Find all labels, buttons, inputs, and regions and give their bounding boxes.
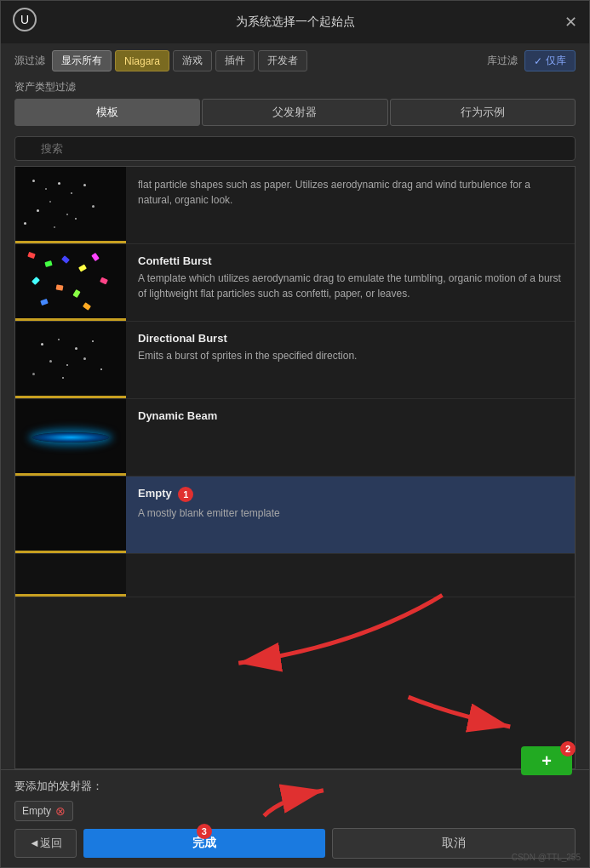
title-bar: U 为系统选择一个起始点 ✕ xyxy=(1,1,589,43)
finish-button[interactable]: 完成 3 xyxy=(83,829,325,858)
watermark: CSDN @TTL_255 xyxy=(512,853,581,862)
filter-developer[interactable]: 开发者 xyxy=(258,50,307,71)
asset-type-tabs: 模板 父发射器 行为示例 xyxy=(14,99,576,126)
item-content-empty: Empty 1 A mostly blank emitter template xyxy=(126,477,575,553)
library-filter-label: 库过滤 xyxy=(487,54,518,68)
thumb-directional-bg xyxy=(15,322,126,398)
list-item[interactable]: flat particle shapes such as paper. Util… xyxy=(15,167,575,244)
asset-type-label: 资产类型过滤 xyxy=(14,80,576,94)
back-button[interactable]: ◄返回 xyxy=(14,829,77,858)
item-thumb-scatter xyxy=(15,167,126,243)
item-desc-scatter: flat particle shapes such as paper. Util… xyxy=(138,177,563,208)
search-row: 🔍 xyxy=(1,131,589,166)
search-wrapper: 🔍 xyxy=(14,136,576,161)
close-button[interactable]: ✕ xyxy=(564,13,577,31)
list-item[interactable]: Directional Burst Emits a burst of sprit… xyxy=(15,322,575,399)
item-title-beam: Dynamic Beam xyxy=(138,409,563,422)
item-thumb-empty xyxy=(15,477,126,553)
list-item[interactable] xyxy=(15,554,575,597)
emitter-tags: Empty ⊗ xyxy=(14,801,576,821)
badge-2: 2 xyxy=(560,741,576,757)
remove-tag-button[interactable]: ⊗ xyxy=(55,804,66,818)
item-thumb-beam xyxy=(15,399,126,476)
item-title-empty: Empty 1 xyxy=(138,487,563,502)
item-title-confetti: Confetti Burst xyxy=(138,254,563,267)
list-area[interactable]: flat particle shapes such as paper. Util… xyxy=(14,166,576,769)
thumb-confetti-bg xyxy=(15,244,126,321)
emitter-label: 要添加的发射器： xyxy=(14,779,576,794)
badge-3: 3 xyxy=(197,824,212,839)
thumb-scatter-bg xyxy=(15,167,126,243)
filter-library-only[interactable]: ✓ 仅库 xyxy=(524,50,576,71)
svg-text:U: U xyxy=(20,13,29,26)
tag-label: Empty xyxy=(22,805,51,817)
item-content-beam: Dynamic Beam xyxy=(126,399,575,476)
item-title-directional: Directional Burst xyxy=(138,332,563,345)
ue-logo-icon: U xyxy=(13,8,37,37)
filter-plugin[interactable]: 插件 xyxy=(215,50,255,71)
action-row: ◄返回 完成 3 取消 xyxy=(14,828,576,859)
item-thumb-extra xyxy=(15,554,126,597)
item-desc-directional: Emits a burst of sprites in the specifie… xyxy=(138,348,563,363)
check-icon: ✓ xyxy=(534,55,542,67)
tab-behavior-example[interactable]: 行为示例 xyxy=(390,99,576,126)
thumb-empty-bg xyxy=(15,477,126,553)
thumb-beam-bg xyxy=(15,399,126,476)
badge-1: 1 xyxy=(178,487,193,502)
filter-game[interactable]: 游戏 xyxy=(173,50,212,71)
dialog-title: 为系统选择一个起始点 xyxy=(236,14,355,30)
bottom-section: 要添加的发射器： Empty ⊗ ◄返回 完成 3 取消 xyxy=(1,769,589,867)
list-item[interactable]: Dynamic Beam xyxy=(15,399,575,477)
dialog: U 为系统选择一个起始点 ✕ 源过滤 显示所有 Niagara 游戏 插件 开发… xyxy=(0,0,590,868)
item-thumb-directional xyxy=(15,322,126,398)
item-desc-empty: A mostly blank emitter template xyxy=(138,505,563,521)
filter-show-all[interactable]: 显示所有 xyxy=(52,50,112,71)
item-content-extra xyxy=(126,554,575,597)
asset-type-filter: 资产类型过滤 模板 父发射器 行为示例 xyxy=(1,75,589,131)
filter-niagara[interactable]: Niagara xyxy=(115,50,169,71)
source-filter-row: 源过滤 显示所有 Niagara 游戏 插件 开发者 库过滤 ✓ 仅库 xyxy=(1,43,589,75)
source-filter-label: 源过滤 xyxy=(14,54,45,68)
item-content-scatter: flat particle shapes such as paper. Util… xyxy=(126,167,575,243)
add-emitter-button[interactable]: + 2 xyxy=(521,746,572,775)
selected-emitter-tag: Empty ⊗ xyxy=(14,801,73,821)
item-content-confetti: Confetti Burst A template which utilizes… xyxy=(126,244,575,321)
beam-glow xyxy=(32,432,109,443)
list-item[interactable]: Confetti Burst A template which utilizes… xyxy=(15,244,575,322)
tab-template[interactable]: 模板 xyxy=(14,99,200,126)
list-item[interactable]: Empty 1 A mostly blank emitter template xyxy=(15,477,575,554)
item-desc-confetti: A template which utilizes aerodynamic dr… xyxy=(138,271,563,301)
tab-parent-emitter[interactable]: 父发射器 xyxy=(202,99,387,126)
library-filter-area: 库过滤 ✓ 仅库 xyxy=(487,50,576,71)
source-filter-buttons: 显示所有 Niagara 游戏 插件 开发者 xyxy=(52,50,307,71)
search-input[interactable] xyxy=(14,136,576,161)
item-content-directional: Directional Burst Emits a burst of sprit… xyxy=(126,322,575,398)
item-thumb-confetti xyxy=(15,244,126,321)
plus-icon: + xyxy=(541,751,552,771)
